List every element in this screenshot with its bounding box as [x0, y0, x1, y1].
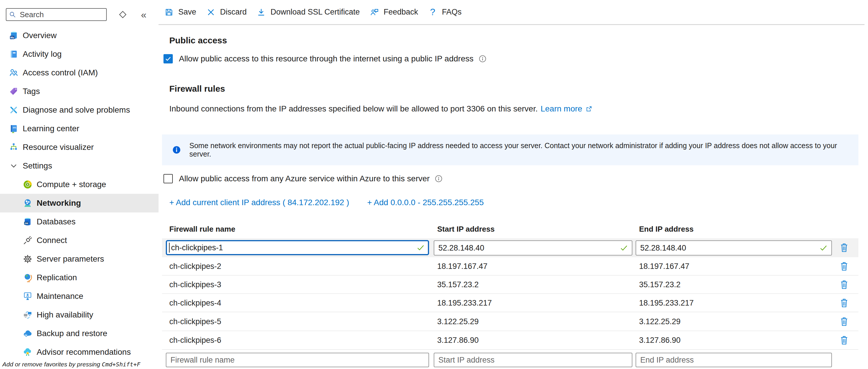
sidebar-item-diagnose[interactable]: Diagnose and solve problems [0, 101, 158, 119]
sidebar-item-label: Compute + storage [37, 180, 106, 189]
trash-icon [839, 261, 849, 272]
start-ip-cell: 3.122.25.29 [437, 317, 479, 326]
firewall-description-text: Inbound connections from the IP addresse… [169, 104, 537, 114]
discard-button[interactable]: Discard [206, 7, 247, 17]
resource-visualizer-icon [9, 142, 19, 152]
sidebar-item-learning-center[interactable]: 101 Learning center [0, 119, 158, 138]
sidebar-item-high-availability[interactable]: High availability [0, 306, 158, 324]
trash-icon [839, 298, 849, 308]
delete-rule-button[interactable] [839, 334, 850, 347]
command-bar: Save Discard Download SSL Certificate Fe… [158, 0, 865, 25]
sidebar-item-overview[interactable]: My Overview [0, 26, 158, 45]
networking-content: Save Discard Download SSL Certificate Fe… [158, 0, 868, 369]
table-row: ch-clickpipes-2 18.197.167.47 18.197.167… [162, 257, 859, 276]
replication-globe-icon [23, 273, 33, 283]
sidebar-item-databases[interactable]: DB Databases [0, 212, 158, 231]
external-link-icon [585, 105, 593, 113]
manage-view-icon[interactable] [118, 9, 128, 20]
collapse-menu-icon[interactable]: « [139, 9, 149, 20]
sidebar-item-label: Backup and restore [37, 329, 107, 338]
public-access-heading: Public access [169, 35, 227, 45]
end-ip-input[interactable] [636, 240, 832, 255]
firewall-rule-edit-row [162, 238, 859, 257]
rule-name-input[interactable] [166, 240, 429, 255]
sidebar-item-compute-storage[interactable]: $ Compute + storage [0, 175, 158, 194]
download-ssl-button[interactable]: Download SSL Certificate [256, 7, 360, 17]
sidebar-item-connect[interactable]: Connect [0, 231, 158, 250]
sidebar-item-label: Resource visualizer [23, 143, 94, 152]
search-input[interactable] [6, 8, 107, 21]
allow-azure-services-label: Allow public access from any Azure servi… [179, 174, 430, 183]
add-client-ip-link[interactable]: + Add current client IP address ( 84.172… [169, 198, 349, 207]
allow-public-access-checkbox[interactable] [163, 54, 173, 63]
networking-icon [23, 198, 33, 208]
svg-text:101: 101 [12, 126, 16, 129]
sidebar-item-replication[interactable]: Replication [0, 268, 158, 287]
sidebar-item-label: Access control (IAM) [23, 68, 98, 78]
firewall-rules-heading: Firewall rules [169, 84, 225, 94]
save-button[interactable]: Save [164, 7, 196, 17]
new-start-ip-input[interactable] [434, 353, 632, 367]
mysql-server-icon: My [9, 31, 19, 40]
start-ip-cell: 35.157.23.2 [437, 280, 479, 289]
learn-more-link[interactable]: Learn more [540, 104, 582, 114]
save-icon [164, 7, 174, 17]
allow-azure-services-checkbox[interactable] [163, 174, 173, 183]
header-rule-name: Firewall rule name [169, 225, 235, 234]
connect-plug-icon [23, 236, 33, 245]
sidebar-item-resource-visualizer[interactable]: Resource visualizer [0, 138, 158, 157]
add-range-link[interactable]: + Add 0.0.0.0 - 255.255.255.255 [367, 198, 484, 207]
info-icon [434, 174, 443, 183]
sidebar-item-server-parameters[interactable]: Server parameters [0, 250, 158, 268]
sidebar-item-label: Tags [23, 87, 40, 96]
sidebar-item-networking[interactable]: Networking [0, 194, 158, 212]
chevron-down-icon [9, 161, 19, 171]
sidebar-item-label: Server parameters [37, 254, 104, 264]
sidebar-item-label: Replication [37, 273, 77, 282]
sidebar-item-advisor[interactable]: Advisor recommendations [0, 343, 158, 362]
header-end-ip: End IP address [639, 225, 693, 234]
learning-center-icon: 101 [9, 124, 19, 133]
feedback-button[interactable]: Feedback [370, 7, 418, 17]
sidebar-item-label: Learning center [23, 124, 80, 133]
public-access-checkbox-row: Allow public access to this resource thr… [163, 54, 487, 63]
delete-rule-button[interactable] [839, 316, 850, 328]
sidebar-item-label: Activity log [23, 50, 62, 59]
table-row: ch-clickpipes-4 18.195.233.217 18.195.23… [162, 294, 859, 312]
add-ip-links: + Add current client IP address ( 84.172… [169, 198, 484, 207]
sidebar-item-maintenance[interactable]: Maintenance [0, 287, 158, 306]
end-ip-cell: 3.122.25.29 [639, 317, 681, 326]
backup-cloud-icon [23, 329, 33, 338]
sidebar-nav: My Overview Activity log Access control … [0, 26, 158, 362]
delete-rule-button[interactable] [839, 279, 850, 291]
delete-rule-button[interactable] [839, 260, 850, 273]
sidebar-item-label: Databases [37, 217, 75, 226]
trash-icon [839, 335, 849, 346]
delete-rule-button[interactable] [839, 242, 850, 254]
sidebar-item-access-control[interactable]: Access control (IAM) [0, 63, 158, 82]
sidebar-item-label: Advisor recommendations [37, 347, 131, 357]
azure-networking-blade: « My Overview Activity log Access contro… [0, 0, 868, 369]
table-row: ch-clickpipes-5 3.122.25.29 3.122.25.29 [162, 312, 859, 331]
end-ip-cell: 35.157.23.2 [639, 280, 681, 289]
sidebar-item-tags[interactable]: Tags [0, 82, 158, 101]
compute-storage-icon: $ [23, 180, 33, 189]
sidebar-item-backup-restore[interactable]: Backup and restore [0, 324, 158, 343]
firewall-description: Inbound connections from the IP addresse… [169, 104, 593, 114]
table-row: ch-clickpipes-6 3.127.86.90 3.127.86.90 [162, 331, 859, 350]
svg-text:DB: DB [25, 222, 28, 225]
download-icon [256, 7, 266, 17]
sidebar-item-activity-log[interactable]: Activity log [0, 45, 158, 63]
rule-name-cell: ch-clickpipes-6 [169, 336, 221, 345]
delete-rule-button[interactable] [839, 297, 850, 309]
svg-text:$: $ [27, 183, 28, 186]
new-rule-name-input[interactable] [166, 353, 429, 367]
new-end-ip-input[interactable] [636, 353, 832, 367]
sidebar-item-label: High availability [37, 310, 93, 319]
faqs-button[interactable]: ? FAQs [428, 7, 462, 17]
sidebar-group-settings[interactable]: Settings [0, 157, 158, 175]
azure-services-checkbox-row: Allow public access from any Azure servi… [163, 174, 443, 183]
start-ip-input[interactable] [434, 240, 632, 255]
feedback-icon [370, 7, 379, 17]
search-icon [9, 11, 16, 18]
